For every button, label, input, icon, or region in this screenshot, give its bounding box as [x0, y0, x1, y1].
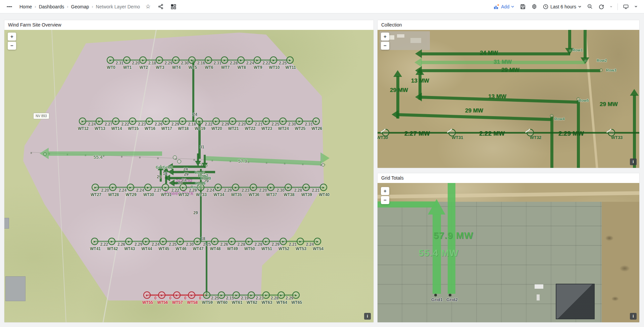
top-nav: Home › Dashboards › Geomap › Network Lay…	[0, 0, 644, 13]
zoom-out-button[interactable]: −	[381, 42, 389, 50]
turbine-node[interactable]: ▶	[212, 118, 220, 125]
turbine-node[interactable]: ▶	[320, 184, 327, 191]
turbine-node[interactable]: ▶	[144, 184, 152, 191]
turbine-node[interactable]: ▶	[129, 118, 136, 125]
turbine-node[interactable]: ▶	[188, 56, 196, 64]
turbine-node[interactable]: ▶	[286, 56, 294, 64]
settings-gear-icon[interactable]	[530, 2, 539, 11]
save-dashboard-icon[interactable]	[518, 2, 528, 11]
flow-direction-icon: ▶	[252, 186, 254, 189]
edge-power-value: 2.29	[272, 242, 280, 247]
turbine-node[interactable]: ▶	[123, 56, 131, 64]
turbine-node[interactable]: ▶	[280, 238, 287, 245]
turbine-node[interactable]: ▶	[297, 238, 304, 245]
turbine-node[interactable]: ▶	[314, 238, 321, 245]
zoom-in-button[interactable]: +	[381, 187, 389, 195]
wind-farm-geomap[interactable]: NV 893 2.312.202.182.292.302.162.312.282…	[4, 30, 374, 322]
share-icon[interactable]	[156, 2, 165, 11]
turbine-node[interactable]: ▶	[92, 184, 99, 191]
kiosk-monitor-icon[interactable]	[621, 2, 631, 11]
turbine-node[interactable]: ▶	[91, 238, 98, 245]
map-attribution-info-icon[interactable]: i	[630, 158, 637, 165]
flow-direction-icon: ▶	[282, 120, 284, 123]
flow-direction-icon: ▶	[323, 186, 325, 189]
turbine-node[interactable]: ▶	[302, 184, 310, 191]
flow-direction-icon: ▶	[235, 294, 237, 297]
turbine-node[interactable]: ▶	[262, 238, 270, 245]
zoom-in-button[interactable]: +	[381, 33, 389, 41]
turbine-label: WT18	[178, 126, 189, 131]
menu-toggle-button[interactable]	[5, 2, 14, 11]
turbine-label: WT59	[202, 300, 213, 305]
map-attribution-info-icon[interactable]: i	[364, 313, 371, 320]
turbine-node[interactable]: ▶	[173, 291, 181, 299]
turbine-node[interactable]: ▶	[127, 184, 134, 191]
turbine-node[interactable]: ▶	[125, 238, 133, 245]
flow-value-label: 29	[184, 172, 188, 177]
turbine-label: WT30	[143, 192, 154, 197]
turbine-label: WT64	[277, 300, 287, 305]
turbine-node[interactable]: ▶	[245, 238, 253, 245]
flow-direction-icon: ▶	[147, 186, 149, 189]
turbine-node[interactable]: ▶	[312, 118, 320, 125]
turbine-label: WT38	[284, 192, 294, 197]
add-panel-button[interactable]: Add	[492, 3, 516, 11]
edge-power-value: 2.23	[242, 188, 249, 193]
flow-value-label: Row2	[597, 58, 607, 62]
edge-power-value: 2.15	[226, 296, 234, 300]
breadcrumb-folder[interactable]: Geomap	[71, 4, 89, 9]
turbine-node[interactable]: ▶	[214, 184, 222, 191]
turbine-node[interactable]: ▶	[196, 118, 203, 125]
turbine-node[interactable]: ▶	[107, 56, 114, 64]
flow-direction-icon: ▶	[316, 240, 318, 243]
breadcrumb-home[interactable]: Home	[19, 4, 32, 9]
turbine-node[interactable]: ▶	[203, 291, 210, 299]
network-node	[434, 294, 437, 296]
turbine-node[interactable]: ▶	[162, 118, 170, 125]
turbine-node[interactable]: ▶	[108, 238, 115, 245]
turbine-node[interactable]: ▶	[146, 118, 153, 125]
flow-line	[206, 241, 207, 294]
turbine-node[interactable]: ▶	[172, 56, 180, 64]
flow-value-label: 29 MW	[390, 87, 408, 94]
turbine-node[interactable]: ▶	[246, 118, 253, 125]
flow-value-label: 24	[193, 112, 197, 117]
grid-totals-geomap[interactable]: 57.9 MW55.4 MWGrid1Grid2	[378, 183, 639, 322]
map-attribution-info-icon[interactable]: i	[630, 313, 637, 320]
favorite-star-icon[interactable]: ☆	[143, 2, 153, 11]
flow-direction-icon: ▶	[164, 186, 166, 189]
flow-arrowhead-icon	[320, 152, 330, 164]
turbine-node[interactable]: ▶	[279, 118, 287, 125]
refresh-interval-chevron[interactable]	[608, 2, 614, 11]
time-range-picker[interactable]: Last 6 hours	[541, 3, 583, 11]
turbine-node[interactable]: ▶	[250, 184, 257, 191]
turbine-node[interactable]: ▶	[205, 56, 212, 64]
edge-power-value: 2.28	[271, 296, 279, 300]
refresh-icon[interactable]	[597, 2, 606, 11]
turbine-node[interactable]: ▶	[262, 118, 270, 125]
turbine-node[interactable]: ▶	[143, 291, 151, 299]
navbar-collapse-chevron[interactable]	[633, 2, 639, 11]
flow-direction-icon: ▶	[240, 59, 242, 62]
turbine-node[interactable]: ▶	[254, 56, 261, 64]
turbine-node[interactable]: ▶	[267, 184, 275, 191]
flow-value-label: Row1	[573, 48, 583, 52]
turbine-node[interactable]: ▶	[228, 238, 236, 245]
network-node	[584, 59, 587, 62]
turbine-node[interactable]: ▶	[237, 56, 245, 64]
zoom-out-time-icon[interactable]	[585, 2, 595, 11]
zoom-in-button[interactable]: +	[8, 33, 16, 41]
turbine-node[interactable]: ▶	[79, 118, 86, 125]
zoom-out-button[interactable]: −	[8, 42, 16, 50]
zoom-out-button[interactable]: −	[381, 196, 389, 204]
edge-power-value: 2.27	[154, 188, 161, 193]
turbine-node[interactable]: ▶	[211, 238, 218, 245]
collection-geomap[interactable]: 24 MW31 MW29 MW13 MW29 MW13 MW29 MW29 MW…	[378, 30, 639, 168]
breadcrumb-dashboards[interactable]: Dashboards	[39, 4, 64, 9]
flow-direction-icon: ▶	[280, 294, 282, 297]
turbine-node[interactable]: ▶	[96, 118, 103, 125]
flow-arrowhead-icon	[393, 70, 402, 77]
turbine-node[interactable]: ▶	[156, 56, 163, 64]
flow-arrowhead-icon	[414, 58, 422, 67]
apps-grid-icon[interactable]	[169, 2, 178, 11]
